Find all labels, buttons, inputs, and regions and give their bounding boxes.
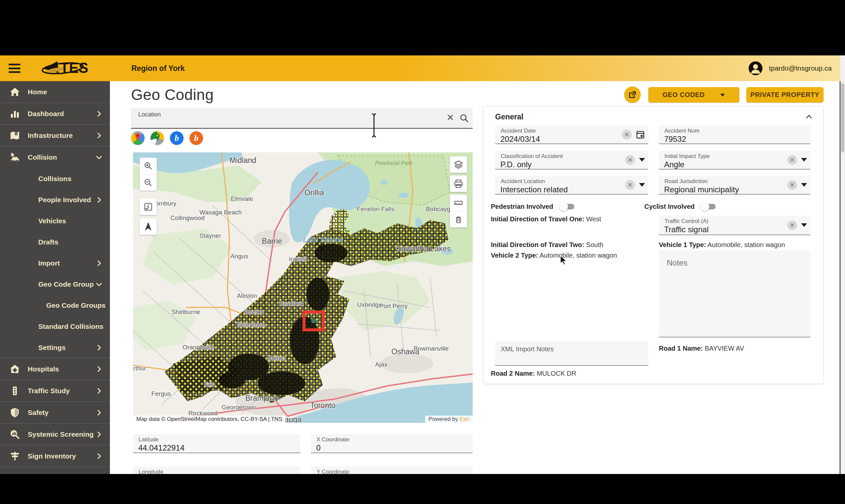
road-jurisdiction-field[interactable]: Road Jurisdiction Regional municipality … [659, 176, 810, 195]
export-button[interactable] [624, 86, 641, 103]
chevron-up-icon[interactable] [805, 113, 813, 122]
chevron-down-icon[interactable] [801, 223, 807, 227]
chevron-down-icon[interactable] [801, 158, 807, 162]
traffic-control-field[interactable]: Traffic Control (A) Traffic signal ✕ [659, 216, 810, 235]
chevron-down-icon[interactable] [639, 158, 645, 162]
clear-icon[interactable]: ✕ [787, 180, 797, 190]
pedestrian-toggle[interactable] [561, 204, 574, 210]
map-label-collingwood: Collingwood [170, 214, 205, 221]
notes-textarea[interactable]: Notes [659, 250, 810, 338]
sidebar-item-collision[interactable]: Collision [0, 146, 110, 168]
calendar-icon[interactable] [636, 130, 645, 139]
map-label-orangeville: Orangeville [182, 344, 214, 350]
clear-icon[interactable]: ✕ [622, 130, 632, 140]
page-title: Geo Coding [131, 86, 214, 104]
cyclist-toggle[interactable] [702, 204, 716, 210]
print-icon[interactable] [450, 176, 467, 192]
sidebar-item-home[interactable]: Home [0, 81, 110, 103]
x-coordinate-field[interactable]: X Coordinate 0 [311, 434, 473, 453]
chevron-right-icon [95, 132, 103, 139]
accident-location-field[interactable]: Accident Location Intersection related ✕ [495, 176, 648, 195]
vehicle-1-type: Vehicle 1 Type: Automobile, station wago… [659, 241, 785, 249]
menu-icon[interactable] [8, 64, 20, 73]
map-label-elmvale: Elmvale [231, 195, 253, 202]
clear-icon[interactable]: ✕ [787, 155, 797, 165]
layers-icon[interactable] [450, 156, 467, 173]
sidebar-nav: HomeDashboardInfrastructureCollisionColl… [0, 81, 110, 474]
scrollbar-thumb[interactable] [841, 83, 844, 152]
geo-coded-dropdown[interactable]: GEO CODED [648, 87, 739, 103]
clear-icon[interactable]: ✕ [625, 155, 635, 165]
map-pin-icon [155, 133, 160, 141]
map-label-port-perry: Port Perry [379, 303, 408, 309]
panel-title: General [495, 112, 524, 121]
map-label-bowmanville: Bowmanville [413, 345, 449, 352]
sidebar-item-label: Dashboard [28, 110, 64, 118]
map-label-bolton: Bolton [268, 355, 285, 361]
map-label-bradford: Bradford [280, 300, 304, 307]
search-icon[interactable] [459, 113, 469, 125]
sidebar-item-sign-inventory[interactable]: Sign Inventory [0, 445, 110, 467]
y-coordinate-field[interactable]: Y Coordinate [311, 466, 473, 474]
initial-impact-field[interactable]: Initial Impact Type Angle ✕ [659, 151, 810, 169]
clear-icon[interactable]: ✕ [787, 220, 797, 230]
sidebar-item-hospitals[interactable]: Hospitals [0, 358, 110, 380]
latitude-field[interactable]: Latitude 44.04122914 [133, 434, 300, 453]
sidebar-item-geo-code-group[interactable]: Geo Code Group [0, 274, 110, 295]
hospitals-icon [9, 363, 20, 375]
sidebar-item-label: Collisions [38, 175, 71, 183]
layers-control [450, 156, 467, 173]
chevron-down-icon[interactable] [801, 183, 807, 187]
avatar[interactable] [748, 61, 763, 75]
location-search-input[interactable]: Location ✕ [131, 108, 473, 129]
accident-num-field[interactable]: Accident Num 79532 [659, 125, 810, 144]
sidebar-item-infrastructure[interactable]: Infrastructure [0, 125, 110, 146]
sidebar-item-traffic-study[interactable]: Traffic Study [0, 380, 110, 402]
vehicle-2-type: Vehicle 2 Type: Automobile, station wago… [491, 252, 617, 259]
systemic-screening-icon [9, 429, 20, 440]
sidebar-item-collisions[interactable]: Collisions [0, 168, 110, 189]
map-label-lake-simcoe: Lake Simcoe [303, 236, 343, 244]
tes-logo: TES [40, 58, 102, 78]
measure-icon[interactable] [450, 195, 467, 211]
private-property-button[interactable]: PRIVATE PROPERTY [746, 87, 824, 103]
zoom-out-button[interactable] [140, 174, 157, 191]
sidebar-item-settings[interactable]: Settings [0, 337, 110, 358]
map-canvas[interactable]: MidlandOrilliaElmvaleWasaga BeachColling… [133, 152, 473, 423]
sidebar-item-standard-collisions[interactable]: Standard Collisions [0, 316, 110, 337]
map-label-fenelon-falls: Fenelon Falls [357, 205, 394, 212]
google-maps-button[interactable] [131, 131, 145, 145]
sidebar-item-label: Safety [28, 409, 49, 417]
sidebar-item-dashboard[interactable]: Dashboard [0, 103, 110, 125]
delete-icon[interactable] [450, 211, 467, 228]
xml-import-notes-field[interactable]: XML Import Notes [495, 341, 648, 366]
sidebar-item-people-involved[interactable]: People Involved [0, 189, 110, 211]
sidebar-item-systemic-screening[interactable]: Systemic Screening [0, 424, 110, 445]
sidebar-item-drafts[interactable]: Drafts [0, 232, 110, 253]
sidebar-item-geo-code-groups[interactable]: Geo Code Groups [0, 295, 110, 316]
full-extent-button[interactable] [140, 199, 157, 215]
zoom-in-button[interactable] [140, 158, 157, 174]
map-powered-by: Powered byEsri [425, 416, 473, 423]
sidebar-item-import[interactable]: Import [0, 253, 110, 274]
close-icon[interactable]: ✕ [446, 113, 454, 122]
bing-aerial-button[interactable]: b [190, 131, 203, 145]
chevron-right-icon [95, 452, 103, 460]
bing-maps-button[interactable]: b [170, 131, 183, 145]
longitude-field[interactable]: Longitude [133, 466, 300, 474]
scrollbar-track[interactable] [840, 55, 845, 474]
google-maps-terrain-button[interactable] [151, 131, 164, 145]
zoom-controls [140, 158, 157, 191]
classification-field[interactable]: Classification of Accident P.D. only ✕ [495, 151, 648, 169]
accident-date-field[interactable]: Accident Date 2024/03/14 ✕ [495, 125, 648, 144]
chevron-right-icon [95, 196, 103, 203]
cyclist-involved-toggle-row: Cyclist Involved [644, 203, 716, 211]
user-email[interactable]: tpardo@tnsgroup.ca [769, 64, 832, 72]
sidebar-item-vehicles[interactable]: Vehicles [0, 211, 110, 232]
sidebar-item-safety[interactable]: Safety [0, 402, 110, 424]
north-arrow-button[interactable] [140, 218, 157, 235]
map-label-angus: Angus [230, 253, 248, 259]
chevron-down-icon[interactable] [639, 183, 645, 187]
clear-icon[interactable]: ✕ [625, 180, 635, 190]
chevron-right-icon [95, 387, 103, 395]
